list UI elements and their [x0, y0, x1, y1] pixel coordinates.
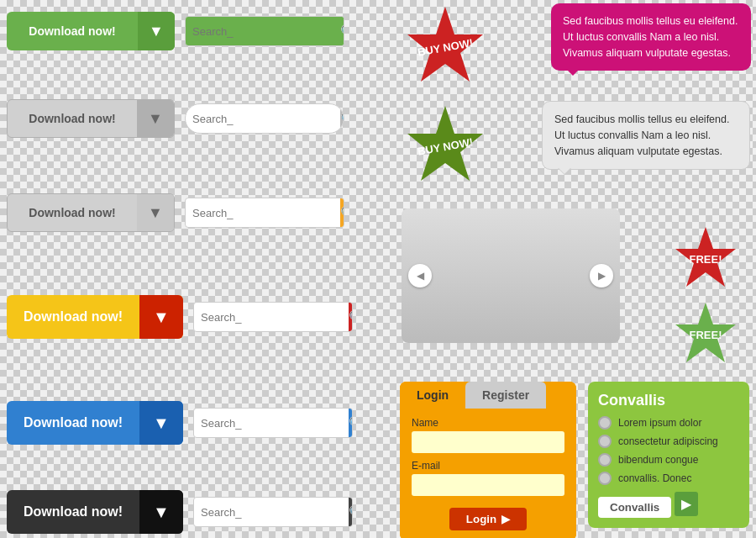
slider-widget: ◀ ▶	[402, 208, 620, 343]
slider-next-btn[interactable]: ▶	[590, 264, 613, 287]
name-label: Name	[412, 417, 564, 429]
search-bar-2: 🔍	[185, 103, 344, 134]
convallis-title: Convallis	[598, 392, 739, 409]
search-btn-2[interactable]: 🔍	[340, 104, 344, 133]
search-input-6[interactable]	[194, 506, 349, 519]
download-arrow-6: ▼	[139, 490, 183, 534]
download-arrow-1: ▼	[138, 12, 175, 50]
convallis-item-3: bibendum congue	[598, 453, 739, 467]
download-label-5: Download now!	[7, 415, 139, 430]
download-arrow-3: ▼	[137, 194, 174, 231]
free-label-1: FREE!	[672, 225, 739, 293]
free-label-2: FREE!	[672, 301, 739, 368]
convallis-panel: Convallis Lorem ipsum dolor consectetur …	[588, 382, 749, 528]
search-input-5[interactable]	[194, 417, 349, 430]
search-bar-4: 🔍	[193, 302, 353, 332]
login-form: Login Register Name E-mail Login ▶	[400, 382, 576, 538]
search-bar-5: 🔍	[193, 408, 353, 438]
tab-login[interactable]: Login	[400, 382, 465, 409]
download-btn-6[interactable]: Download now! ▼	[7, 490, 183, 534]
download-arrow-2: ▼	[137, 100, 174, 137]
email-input[interactable]	[412, 474, 564, 496]
convallis-item-4: convallis. Donec	[598, 472, 739, 485]
convallis-item-1: Lorem ipsum dolor	[598, 416, 739, 430]
search-input-1[interactable]	[186, 25, 340, 38]
tab-register[interactable]: Register	[465, 382, 546, 409]
search-bar-6: 🔍	[193, 497, 353, 527]
bubble-gray-tail-inner	[559, 168, 570, 180]
search-input-2[interactable]	[186, 113, 340, 125]
free-badge-1[interactable]: FREE!	[672, 225, 739, 296]
convallis-radio-2[interactable]	[598, 435, 612, 448]
search-btn-1[interactable]: 🔍	[340, 17, 344, 45]
buy-now-label-2: BUY NOW!	[396, 98, 494, 195]
download-arrow-4: ▼	[139, 295, 183, 339]
download-btn-1[interactable]: Download now! ▼	[7, 12, 175, 50]
download-label-2: Download now!	[8, 112, 137, 125]
download-label-3: Download now!	[8, 206, 137, 219]
convallis-radio-1[interactable]	[598, 416, 612, 430]
convallis-radio-3[interactable]	[598, 453, 612, 467]
download-label-4: Download now!	[7, 309, 139, 324]
name-input[interactable]	[412, 431, 564, 453]
bubble-pink-text: Sed faucibus mollis tellus eu eleifend. …	[563, 15, 738, 59]
search-btn-3[interactable]: 🔍	[340, 198, 344, 227]
bubble-pink-tail	[566, 69, 580, 82]
search-bar-3: 🔍	[185, 198, 344, 228]
slider-prev-btn[interactable]: ◀	[408, 264, 432, 287]
speech-bubble-pink: Sed faucibus mollis tellus eu eleifend. …	[551, 3, 751, 71]
speech-bubble-gray: Sed faucibus mollis tellus eu eleifend. …	[542, 101, 750, 170]
login-arrow-icon: ▶	[501, 513, 510, 525]
email-label: E-mail	[412, 460, 564, 472]
buy-now-label-1: BUY NOW!	[396, 0, 494, 96]
search-input-3[interactable]	[186, 207, 340, 219]
buy-now-badge-1[interactable]: BUY NOW!	[403, 5, 487, 92]
login-tabs: Login Register	[400, 382, 576, 409]
buy-now-badge-2[interactable]: BUY NOW!	[403, 104, 487, 192]
download-label-6: Download now!	[7, 504, 139, 520]
convallis-radio-4[interactable]	[598, 472, 612, 485]
download-btn-3[interactable]: Download now! ▼	[7, 193, 175, 232]
download-arrow-5: ▼	[139, 401, 183, 445]
bubble-gray-text: Sed faucibus mollis tellus eu eleifend. …	[554, 113, 729, 157]
search-bar-1: 🔍	[185, 16, 344, 46]
download-label-1: Download now!	[7, 24, 138, 38]
search-btn-5[interactable]: 🔍	[349, 409, 353, 437]
search-input-4[interactable]	[194, 311, 349, 324]
convallis-item-2: consectetur adipiscing	[598, 435, 739, 448]
free-badge-2[interactable]: FREE!	[672, 301, 739, 372]
download-btn-2[interactable]: Download now! ▼	[7, 99, 175, 138]
download-btn-4[interactable]: Download now! ▼	[7, 295, 183, 339]
search-btn-4[interactable]: 🔍	[349, 303, 353, 331]
search-btn-6[interactable]: 🔍	[349, 498, 353, 526]
download-btn-5[interactable]: Download now! ▼	[7, 401, 183, 445]
convallis-btn[interactable]: Convallis	[598, 497, 671, 518]
login-body: Name E-mail Login ▶	[400, 409, 576, 538]
login-submit-btn[interactable]: Login ▶	[449, 508, 527, 530]
convallis-btn-arrow-icon[interactable]: ▶	[675, 492, 698, 516]
